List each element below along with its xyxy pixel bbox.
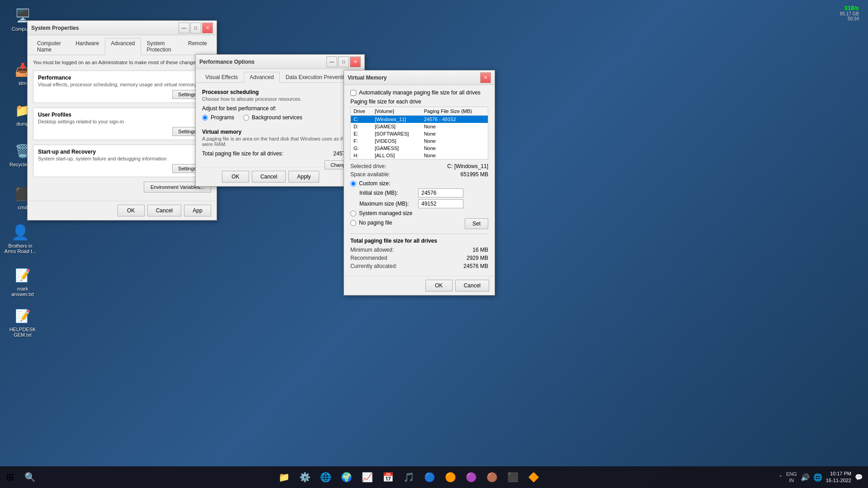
drive-d-volume: [GAMES]: [372, 123, 421, 130]
perf-titlebar[interactable]: Performance Options — □ ✕: [196, 55, 364, 69]
auto-manage-label: Automatically manage paging file size fo…: [359, 89, 481, 96]
taskbar-music-icon[interactable]: 🎵: [399, 467, 419, 487]
perf-minimize-button[interactable]: —: [326, 56, 337, 67]
taskbar-globe-icon[interactable]: 🌍: [337, 467, 357, 487]
performance-desc: Visual effects, processor scheduling, me…: [38, 82, 206, 87]
system-managed-radio-label[interactable]: System managed size: [350, 210, 488, 216]
search-button[interactable]: 🔍: [20, 467, 40, 487]
taskbar-yellow-icon[interactable]: 🔶: [524, 467, 544, 487]
programs-label: Programs: [211, 114, 234, 121]
initial-size-input[interactable]: 24576: [418, 188, 463, 197]
taskbar-network-icon[interactable]: 🌐: [813, 473, 822, 482]
desktop-icon-brothers[interactable]: 👤 Brothers in Arms Road t...: [2, 221, 38, 256]
perf-maximize-button[interactable]: □: [338, 56, 349, 67]
drive-row-f[interactable]: F: [VIDEOS] None: [351, 137, 488, 145]
space-available-value: 651995 MB: [461, 171, 488, 178]
perf-apply-button[interactable]: Apply: [288, 171, 319, 183]
maximize-button[interactable]: □: [190, 23, 201, 33]
taskbar-up-arrow[interactable]: ⌃: [778, 474, 783, 480]
tab-computer-name[interactable]: Computer Name: [31, 38, 70, 55]
taskbar-settings-icon[interactable]: ⚙️: [295, 467, 315, 487]
virt-mem-ok-button[interactable]: OK: [425, 280, 453, 291]
tab-hardware[interactable]: Hardware: [70, 38, 105, 55]
drive-h-size: None: [421, 152, 488, 160]
sys-cancel-button[interactable]: Cancel: [147, 205, 181, 216]
custom-size-label: Custom size:: [359, 180, 390, 187]
virt-mem-footer: OK Cancel: [344, 276, 495, 295]
taskbar-calendar-icon[interactable]: 📅: [378, 467, 398, 487]
taskbar-black-icon[interactable]: ⬛: [503, 467, 523, 487]
custom-size-radio-label[interactable]: Custom size:: [350, 180, 488, 187]
recommended-row: Recommended 2929 MB: [350, 255, 488, 261]
minimize-button[interactable]: —: [179, 23, 189, 33]
taskbar-notification-icon[interactable]: 💬: [855, 474, 863, 481]
max-size-input[interactable]: 49152: [418, 199, 463, 208]
programs-radio-label[interactable]: Programs: [202, 114, 234, 121]
processor-scheduling-title: Processor scheduling: [202, 89, 358, 95]
paging-table-header: Paging file size for each drive: [350, 99, 488, 105]
perf-title: Performance Options: [199, 59, 326, 65]
taskbar-orange-icon[interactable]: 🟠: [441, 467, 461, 487]
space-available-row: Space available: 651995 MB: [350, 171, 488, 178]
taskbar-clock[interactable]: 10:17 PM 16-11-2022: [826, 470, 851, 484]
taskbar-pinned-icons: 📁 ⚙️ 🌐 🌍 📈 📅 🎵 🔵 🟠 🟣 🟤 ⬛ 🔶: [40, 467, 778, 487]
drive-h-letter: H:: [351, 152, 372, 160]
drive-row-c[interactable]: C: [Windows_11] 24576 - 49152: [351, 116, 488, 123]
desktop-icon-mark[interactable]: 📝 mark answer.txt: [5, 264, 41, 299]
drive-row-e[interactable]: E: [SOFTWARES] None: [351, 130, 488, 137]
taskbar-blue-icon[interactable]: 🔵: [420, 467, 440, 487]
drive-row-g[interactable]: G: [GAMESS] None: [351, 145, 488, 152]
mark-label: mark answer.txt: [6, 286, 39, 297]
background-radio-label[interactable]: Background services: [243, 114, 302, 121]
mark-icon: 📝: [14, 266, 32, 284]
sys-ok-button[interactable]: OK: [118, 205, 145, 216]
no-paging-radio-label[interactable]: No paging file: [350, 220, 392, 226]
user-profiles-desc: Desktop settings related to your sign-in: [38, 119, 206, 124]
tab-advanced[interactable]: Advanced: [105, 38, 141, 55]
auto-manage-checkbox[interactable]: [350, 90, 356, 96]
perf-window-controls: — □ ✕: [326, 56, 361, 67]
virtual-memory-desc: A paging file is an area on the hard dis…: [202, 136, 358, 147]
helpdesk-label: HELPDESK GEM.txt: [6, 327, 39, 338]
perf-close-button[interactable]: ✕: [350, 56, 361, 67]
virt-mem-close-button[interactable]: ✕: [480, 72, 491, 83]
drive-d-letter: D:: [351, 123, 372, 130]
startup-recovery-section: Start-up and Recovery System start-up, s…: [33, 145, 211, 177]
virt-mem-titlebar[interactable]: Virtual Memory ✕: [344, 70, 495, 85]
total-paging-label: Total paging file size for all drives:: [202, 150, 283, 157]
tab-advanced-perf[interactable]: Advanced: [244, 72, 279, 83]
disk-time: 50:34: [840, 16, 859, 21]
perf-cancel-button[interactable]: Cancel: [252, 171, 286, 183]
taskbar-brown-icon[interactable]: 🟤: [482, 467, 502, 487]
drive-table: Drive [Volume] Paging File Size (MB) C: …: [350, 107, 488, 160]
system-properties-footer: OK Cancel App: [28, 201, 217, 220]
close-button[interactable]: ✕: [202, 23, 213, 33]
currently-allocated-label: Currently allocated:: [350, 263, 397, 269]
drive-row-h[interactable]: H: [ALL OS] None: [351, 152, 488, 160]
taskbar-purple-icon[interactable]: 🟣: [462, 467, 481, 487]
virt-mem-cancel-button[interactable]: Cancel: [455, 280, 489, 291]
perf-ok-button[interactable]: OK: [222, 171, 249, 183]
tab-system-protection[interactable]: System Protection: [141, 38, 182, 55]
no-paging-radio[interactable]: [350, 220, 356, 226]
processor-scheduling-desc: Choose how to allocate processor resourc…: [202, 96, 358, 102]
taskbar-edge-icon[interactable]: 🌐: [316, 467, 336, 487]
taskbar-files-icon[interactable]: 📁: [274, 467, 294, 487]
taskbar-volume-icon[interactable]: 🔊: [801, 473, 810, 482]
desktop-icon-helpdesk[interactable]: 📝 HELPDESK GEM.txt: [5, 305, 41, 339]
set-button[interactable]: Set: [465, 218, 488, 229]
drive-row-d[interactable]: D: [GAMES] None: [351, 123, 488, 130]
start-button[interactable]: ⊞: [0, 467, 20, 487]
background-radio[interactable]: [243, 115, 249, 121]
programs-radio[interactable]: [202, 115, 208, 121]
custom-size-radio[interactable]: [350, 181, 356, 187]
sys-apply-button[interactable]: App: [184, 205, 211, 216]
virt-mem-title: Virtual Memory: [348, 75, 480, 81]
min-allowed-value: 16 MB: [472, 247, 488, 253]
taskbar-chart-icon[interactable]: 📈: [358, 467, 377, 487]
tab-visual-effects[interactable]: Visual Effects: [199, 72, 244, 82]
currently-allocated-value: 24576 MB: [463, 263, 488, 269]
system-properties-titlebar[interactable]: System Properties — □ ✕: [28, 21, 217, 35]
system-managed-radio[interactable]: [350, 211, 356, 216]
tab-remote[interactable]: Remote: [182, 38, 213, 55]
